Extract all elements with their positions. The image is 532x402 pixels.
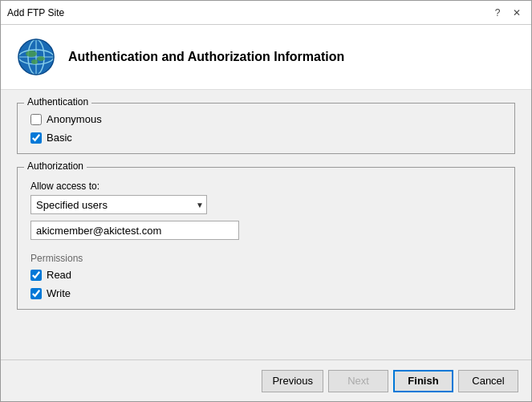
authorization-group-label: Authorization xyxy=(24,160,87,172)
title-bar: Add FTP Site ? ✕ xyxy=(1,1,531,25)
anonymous-checkbox[interactable] xyxy=(30,114,42,125)
dropdown-wrapper: All Users Anonymous Users Specified user… xyxy=(30,195,207,214)
allow-access-label: Allow access to: xyxy=(30,181,502,192)
previous-button[interactable]: Previous xyxy=(262,370,323,392)
read-row: Read xyxy=(30,269,502,281)
read-label[interactable]: Read xyxy=(47,269,71,281)
close-button[interactable]: ✕ xyxy=(509,5,525,21)
write-checkbox[interactable] xyxy=(30,288,42,299)
write-row: Write xyxy=(30,287,502,299)
help-button[interactable]: ? xyxy=(489,5,506,21)
anonymous-label[interactable]: Anonymous xyxy=(47,113,102,125)
header-section: Authentication and Authorization Informa… xyxy=(1,25,531,90)
basic-row: Basic xyxy=(30,132,502,144)
user-input[interactable] xyxy=(30,221,239,240)
title-bar-controls: ? ✕ xyxy=(489,5,525,21)
dialog-title: Add FTP Site xyxy=(7,7,64,18)
globe-icon xyxy=(17,38,55,76)
read-checkbox[interactable] xyxy=(30,270,42,281)
dialog-window: Add FTP Site ? ✕ Authentication and Auth… xyxy=(0,0,532,402)
write-label[interactable]: Write xyxy=(47,287,71,299)
main-content: Authentication Anonymous Basic Authoriza… xyxy=(1,90,531,359)
footer: Previous Next Finish Cancel xyxy=(1,359,531,401)
authorization-group: Authorization Allow access to: All Users… xyxy=(17,167,515,310)
basic-label[interactable]: Basic xyxy=(47,132,72,144)
svg-point-7 xyxy=(37,56,45,61)
svg-point-8 xyxy=(31,59,38,64)
header-title: Authentication and Authorization Informa… xyxy=(68,50,344,64)
authentication-group-label: Authentication xyxy=(24,96,91,108)
basic-checkbox[interactable] xyxy=(30,132,42,144)
permissions-label: Permissions xyxy=(30,253,502,264)
anonymous-row: Anonymous xyxy=(30,113,502,125)
cancel-button[interactable]: Cancel xyxy=(458,370,518,392)
finish-button[interactable]: Finish xyxy=(393,370,453,392)
authentication-group: Authentication Anonymous Basic xyxy=(17,103,515,154)
title-bar-left: Add FTP Site xyxy=(7,7,64,18)
svg-point-6 xyxy=(26,51,37,57)
access-dropdown[interactable]: All Users Anonymous Users Specified user… xyxy=(30,195,207,214)
next-button[interactable]: Next xyxy=(328,370,388,392)
